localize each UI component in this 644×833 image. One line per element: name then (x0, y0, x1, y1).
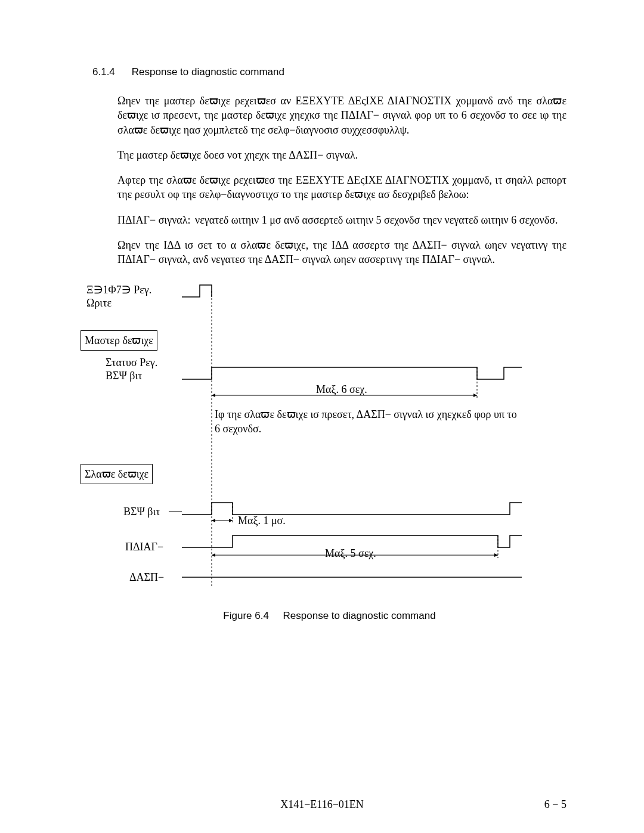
label-dasp-check-note: Ιφ τηε σλαϖε δεϖιχε ισ πρεσετ, ΔΑΣΠ− σιγ… (215, 407, 519, 436)
signal-def-label: ΠΔΙΑΓ− σιγναλ: (117, 213, 195, 227)
paragraph: Αφτερ τηε σλαϖε δεϖιχε ρεχειϖεσ τηε ΕΞΕΧ… (117, 173, 566, 202)
body-text: Ωηεν τηε μαστερ δεϖιχε ρεχειϖεσ αν ΕΞΕΧΥ… (117, 94, 566, 267)
label-reg-write-1: Ξ∋1Φ7∋ Ρεγ. (86, 283, 151, 297)
label-status-reg: Στατυσ Ρεγ. (106, 355, 157, 370)
box-slave-device: Σλαϖε δεϖιχε (80, 464, 153, 484)
paragraph: Ωηεν τηε μαστερ δεϖιχε ρεχειϖεσ αν ΕΞΕΧΥ… (117, 94, 566, 137)
label-pdiag: ΠΔΙΑΓ− (125, 540, 163, 554)
paragraph: Ωηεν τηε ΙΔΔ ισ σετ το α σλαϖε δεϖιχε, τ… (117, 238, 566, 267)
footer-page-number: 6 − 5 (544, 797, 566, 812)
label-max-1-ms: Μαξ. 1 μσ. (238, 513, 286, 528)
box-master-device: Μαστερ δεϖιχε (80, 330, 157, 351)
section-number: 6.1.4 (92, 66, 115, 79)
label-bsy-bit-slave: ΒΣΨ βιτ (123, 504, 160, 519)
page: 6.1.4 Response to diagnostic command Ωηε… (0, 0, 644, 833)
label-bsy-bit-master: ΒΣΨ βιτ (106, 368, 143, 383)
label-reg-write-2: Ωριτε (86, 296, 112, 310)
label-max-5-sec: Μαξ. 5 σεχ. (325, 546, 376, 561)
paragraph: Τηε μαστερ δεϖιχε δοεσ νοτ χηεχκ τηε ΔΑΣ… (117, 148, 566, 162)
figure-number: Figure 6.4 (223, 610, 269, 621)
label-dasp: ΔΑΣΠ− (129, 570, 164, 584)
figure-caption: Figure 6.4 Response to diagnostic comman… (92, 609, 566, 623)
signal-def-body: νεγατεδ ωιτηιν 1 μσ ανδ ασσερτεδ ωιτηιν … (195, 213, 566, 227)
section-heading: 6.1.4 Response to diagnostic command (92, 66, 566, 79)
label-max-6-sec: Μαξ. 6 σεχ. (316, 382, 367, 397)
figure-title: Response to diagnostic command (283, 610, 436, 621)
timing-diagram: Ξ∋1Φ7∋ Ρεγ. Ωριτε Μαστερ δεϖιχε Στατυσ Ρ… (80, 279, 552, 595)
signal-definition: ΠΔΙΑΓ− σιγναλ: νεγατεδ ωιτηιν 1 μσ ανδ α… (117, 213, 566, 227)
section-title: Response to diagnostic command (132, 66, 284, 79)
